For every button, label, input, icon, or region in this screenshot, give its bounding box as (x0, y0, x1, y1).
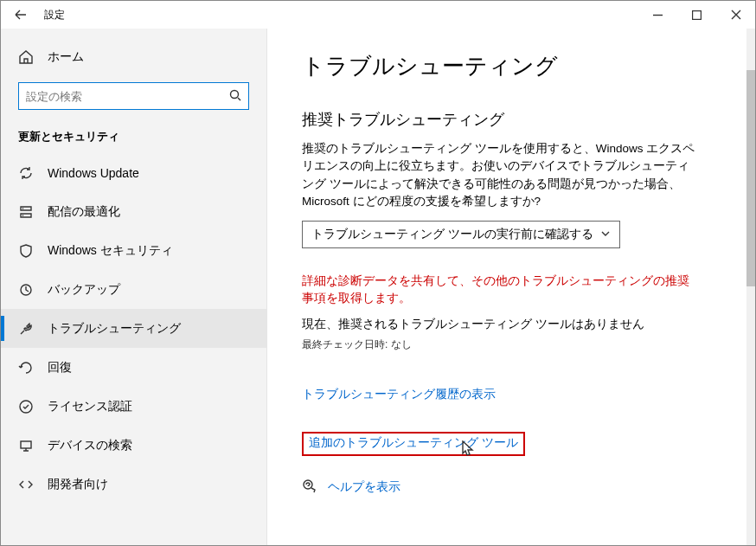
sidebar-item-developers[interactable]: 開発者向け (1, 465, 266, 504)
sidebar-item-windows-security[interactable]: Windows セキュリティ (1, 231, 266, 270)
titlebar: 設定 (1, 1, 755, 29)
last-check-text: 最終チェック日時: なし (302, 337, 721, 352)
activation-icon (18, 399, 34, 414)
intro-text: 推奨のトラブルシューティング ツールを使用すると、Windows エクスペリエン… (302, 140, 700, 210)
sidebar-item-backup[interactable]: バックアップ (1, 270, 266, 309)
sidebar: ホーム 更新とセキュリティ Windows Update 配信の最適化 (1, 29, 267, 545)
sidebar-item-windows-update[interactable]: Windows Update (1, 153, 266, 192)
sidebar-item-recovery[interactable]: 回復 (1, 348, 266, 387)
dropdown-value: トラブルシューティング ツールの実行前に確認する (311, 227, 593, 242)
sidebar-item-find-device[interactable]: デバイスの検索 (1, 426, 266, 465)
troubleshoot-icon (18, 321, 34, 337)
section-heading: 推奨トラブルシューティング (302, 109, 721, 130)
back-button[interactable] (8, 2, 34, 28)
sidebar-item-label: デバイスの検索 (48, 438, 132, 453)
svg-point-2 (20, 401, 32, 413)
sidebar-item-label: 開発者向け (48, 477, 108, 492)
home-icon (18, 49, 34, 65)
page-title: トラブルシューティング (302, 51, 721, 81)
chevron-down-icon (600, 228, 611, 241)
no-recommendation-text: 現在、推奨されるトラブルシューティング ツールはありません (302, 317, 721, 332)
search-icon (229, 89, 241, 104)
additional-troubleshooters-link[interactable]: 追加のトラブルシューティング ツール (309, 435, 518, 451)
sidebar-item-label: ライセンス認証 (48, 399, 132, 414)
close-button[interactable] (716, 2, 755, 28)
sidebar-item-label: バックアップ (48, 282, 120, 298)
svg-rect-3 (21, 441, 31, 448)
history-link[interactable]: トラブルシューティング履歴の表示 (302, 387, 496, 402)
main-content: トラブルシューティング 推奨トラブルシューティング 推奨のトラブルシューティング… (267, 29, 755, 545)
help-link[interactable]: ヘルプを表示 (328, 479, 400, 495)
backup-icon (18, 282, 34, 298)
sidebar-item-label: Windows Update (48, 166, 139, 180)
home-button[interactable]: ホーム (1, 44, 266, 70)
preference-dropdown[interactable]: トラブルシューティング ツールの実行前に確認する (302, 221, 620, 248)
location-icon (18, 438, 34, 453)
sidebar-item-label: トラブルシューティング (48, 321, 181, 337)
home-label: ホーム (48, 49, 84, 65)
shield-icon (18, 243, 34, 259)
sidebar-item-troubleshoot[interactable]: トラブルシューティング (1, 309, 266, 348)
sidebar-item-delivery-optimization[interactable]: 配信の最適化 (1, 192, 266, 231)
scrollbar-thumb[interactable] (746, 70, 755, 286)
sidebar-item-activation[interactable]: ライセンス認証 (1, 387, 266, 426)
window-title: 設定 (44, 8, 65, 22)
sync-icon (18, 165, 34, 181)
search-field[interactable] (26, 90, 229, 103)
svg-rect-0 (693, 10, 702, 19)
maximize-button[interactable] (677, 2, 716, 28)
recovery-icon (18, 360, 34, 376)
developer-icon (18, 477, 34, 492)
svg-point-4 (304, 480, 312, 489)
search-input[interactable] (18, 82, 249, 110)
sidebar-item-label: 配信の最適化 (48, 204, 120, 220)
diagnostic-message: 詳細な診断データを共有して、その他のトラブルシューティングの推奨事項を取得します… (302, 273, 700, 308)
svg-point-1 (231, 90, 239, 98)
sidebar-section-heading: 更新とセキュリティ (18, 129, 249, 145)
minimize-button[interactable] (638, 2, 677, 28)
additional-troubleshooters-boxed: 追加のトラブルシューティング ツール (302, 432, 525, 456)
help-icon (302, 479, 317, 497)
sidebar-item-label: Windows セキュリティ (48, 243, 173, 259)
sidebar-item-label: 回復 (48, 360, 72, 376)
delivery-icon (18, 204, 34, 220)
